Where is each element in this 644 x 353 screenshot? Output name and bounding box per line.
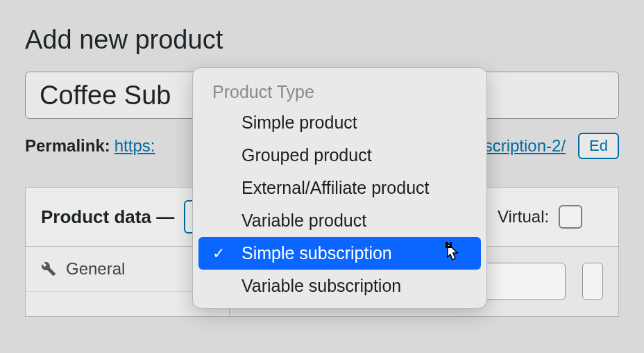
svg-rect-2: [446, 246, 452, 248]
edit-permalink-button[interactable]: Ed: [578, 133, 619, 159]
dropdown-item-label: Variable product: [242, 211, 366, 231]
virtual-label: Virtual:: [498, 207, 549, 227]
dropdown-item-label: External/Affiliate product: [242, 178, 430, 198]
dropdown-item-label: Grouped product: [242, 145, 372, 165]
check-icon: ✓: [212, 245, 225, 263]
dropdown-item-simple-product[interactable]: Simple product: [198, 106, 481, 139]
wrench-icon: [41, 261, 56, 277]
dropdown-item-label: Simple subscription: [242, 243, 392, 263]
permalink-url-prefix[interactable]: https:: [115, 136, 155, 156]
page-title: Add new product: [25, 25, 619, 55]
subscription-extra-input[interactable]: [582, 263, 603, 300]
dropdown-item-label: Variable subscription: [242, 276, 401, 296]
dropdown-item-variable-product[interactable]: Variable product: [198, 204, 481, 237]
dropdown-item-simple-subscription[interactable]: ✓ Simple subscription: [198, 237, 481, 270]
cursor-icon: [441, 242, 461, 263]
product-type-dropdown: Product Type Simple product Grouped prod…: [192, 67, 487, 309]
dropdown-item-variable-subscription[interactable]: Variable subscription: [198, 270, 481, 302]
virtual-checkbox[interactable]: [559, 205, 582, 229]
dropdown-item-grouped-product[interactable]: Grouped product: [198, 139, 481, 172]
product-data-label: Product data —: [41, 206, 174, 228]
dropdown-item-external-affiliate[interactable]: External/Affiliate product: [198, 172, 481, 204]
sidebar-item-label: General: [66, 259, 125, 279]
permalink-label: Permalink:: [25, 136, 110, 156]
dropdown-item-label: Simple product: [242, 113, 357, 133]
dropdown-group-label: Product Type: [193, 75, 486, 106]
